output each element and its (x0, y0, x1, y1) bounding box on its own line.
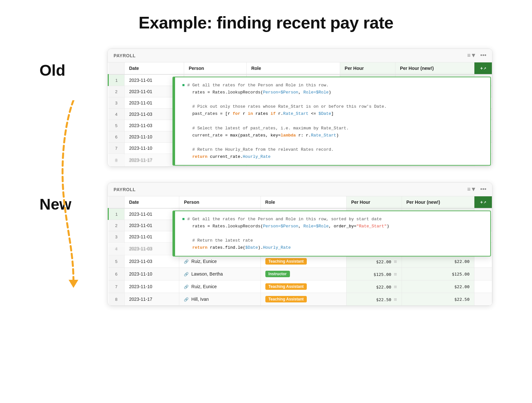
row-num: 2 (108, 86, 125, 97)
table-row[interactable]: 6 2023-11-10 🔗 Lawson, Bertha Instructor… (108, 268, 492, 280)
table-row[interactable]: 8 2023-11-17 🔗 Hill, Ivan Teaching Assis… (108, 293, 492, 306)
add-icon: + (480, 200, 483, 205)
code-line (182, 96, 484, 103)
table-row[interactable]: 5 2023-11-03 🔗 Ruiz, Eunice Teaching Ass… (108, 255, 492, 268)
filter-icon[interactable]: ≡▼ (467, 52, 476, 59)
code-line: ■ # Get all the rates for the Person and… (182, 82, 484, 89)
new-col-per-hour: Per Hour (347, 196, 402, 208)
code-line (182, 139, 484, 146)
green-bar (173, 77, 175, 165)
old-col-per-hour-new: Per Hour (new!) (395, 62, 474, 74)
row-num: 1 (108, 74, 125, 86)
row-date: 2023-11-17 (125, 293, 179, 306)
old-col-num (108, 62, 125, 74)
new-col-role: Role (260, 196, 347, 208)
row-num: 3 (108, 97, 125, 109)
row-person: 🔗 Lawson, Bertha (179, 268, 260, 280)
new-table-panel: PAYROLL ≡▼ ••• Date Person Role Per Hour (107, 182, 493, 306)
code-line: current_rate = max(past_rates, key=lambd… (182, 132, 484, 139)
filter-icon[interactable]: ≡▼ (467, 186, 476, 193)
new-panel-icons: ≡▼ ••• (467, 186, 486, 193)
row-role: Instructor (260, 268, 347, 280)
row-per-hour-new: $125.00 (402, 268, 474, 280)
row-num: 7 (108, 280, 125, 293)
old-panel-title: PAYROLL (114, 53, 136, 58)
page-title: Example: finding recent pay rate (139, 13, 393, 32)
dashed-arrow (57, 100, 83, 288)
green-bar (173, 211, 175, 256)
code-line: rates = Rates.lookupRecords(Person=$Pers… (182, 89, 484, 96)
row-per-hour-new: $22.00 (402, 280, 474, 293)
row-add (474, 255, 492, 268)
code-line: # Pick out only those rates whose Rate_S… (182, 103, 484, 110)
old-panel-header: PAYROLL ≡▼ ••• (108, 49, 492, 62)
old-panel-icons: ≡▼ ••• (467, 52, 486, 59)
old-code-popup: ■ # Get all the rates for the Person and… (172, 77, 491, 166)
old-col-add[interactable]: + ↗ (474, 62, 492, 74)
new-example-row: New PAYROLL ≡▼ ••• Date Person (39, 182, 493, 306)
old-col-date: Date (125, 62, 184, 74)
new-col-date: Date (125, 196, 179, 208)
old-col-person: Person (184, 62, 247, 74)
row-role: Teaching Assistant (260, 255, 347, 268)
row-num: 6 (108, 131, 125, 143)
examples-container: Old PAYROLL ≡▼ ••• (39, 49, 493, 306)
add-icon: + (480, 66, 483, 71)
row-num: 5 (108, 255, 125, 268)
new-table-wrapper: Date Person Role Per Hour Per Hour (new!… (108, 196, 492, 306)
row-date: 2023-11-10 (125, 268, 179, 280)
row-date: 2023-11-01 (125, 231, 179, 243)
row-per-hour-new: $22.00 (402, 255, 474, 268)
row-person: 🔗 Ruiz, Eunice (179, 280, 260, 293)
new-col-add[interactable]: + ↗ (474, 196, 492, 208)
old-table-wrapper: Date Person Role Per Hour Per Hour (new!… (108, 62, 492, 167)
row-role: Teaching Assistant (260, 293, 347, 306)
svg-marker-0 (69, 280, 78, 288)
code-line: rates = Rates.lookupRecords(Person=$Pers… (182, 223, 484, 230)
row-person: 🔗 Hill, Ivan (179, 293, 260, 306)
old-example-row: Old PAYROLL ≡▼ ••• (39, 49, 493, 167)
code-line: past_rates = [r for r in rates if r.Rate… (182, 110, 484, 117)
old-col-per-hour: Per Hour (340, 62, 395, 74)
code-line: return current_rate.Hourly_Rate (182, 153, 484, 160)
row-num: 3 (108, 231, 125, 243)
old-table-panel: PAYROLL ≡▼ ••• Date Person Role Per Hour (107, 49, 493, 167)
row-num: 8 (108, 293, 125, 306)
row-add (474, 268, 492, 280)
code-line: ■ # Get all the rates for the Person and… (182, 216, 484, 223)
old-label: Old (39, 61, 65, 79)
new-code-popup: ■ # Get all the rates for the Person and… (172, 211, 491, 256)
row-date: 2023-11-10 (125, 280, 179, 293)
row-date: 2023-11-01 (125, 208, 179, 220)
row-num: 4 (108, 243, 125, 255)
new-panel-title: PAYROLL (114, 187, 136, 192)
code-line: # Return the Hourly_Rate from the releva… (182, 146, 484, 153)
new-col-per-hour-new: Per Hour (new!) (402, 196, 474, 208)
row-per-hour: $22.00 ≡ (347, 280, 402, 293)
row-add (474, 293, 492, 306)
row-per-hour: $125.00 ≡ (347, 268, 402, 280)
code-line: # Select the latest of past_rates, i.e. … (182, 125, 484, 132)
new-col-num (108, 196, 125, 208)
row-num: 2 (108, 220, 125, 231)
row-date: 2023-11-01 (125, 220, 179, 231)
more-icon[interactable]: ••• (480, 52, 486, 59)
row-num: 1 (108, 208, 125, 220)
row-per-hour: $22.00 ≡ (347, 255, 402, 268)
row-per-hour: $22.50 ≡ (347, 293, 402, 306)
old-label-area: Old (39, 49, 82, 79)
expand-icon: ↗ (483, 201, 486, 204)
row-num: 8 (108, 154, 125, 167)
new-panel-header: PAYROLL ≡▼ ••• (108, 183, 492, 196)
row-date: 2023-11-03 (125, 255, 179, 268)
code-line: # Return the latest rate (182, 237, 484, 244)
expand-icon: ↗ (483, 67, 486, 70)
row-per-hour-new: $22.50 (402, 293, 474, 306)
row-num: 7 (108, 143, 125, 154)
row-person: 🔗 Ruiz, Eunice (179, 255, 260, 268)
code-line (182, 117, 484, 125)
code-line (182, 230, 484, 237)
more-icon[interactable]: ••• (480, 186, 486, 193)
table-row[interactable]: 7 2023-11-10 🔗 Ruiz, Eunice Teaching Ass… (108, 280, 492, 293)
row-role: Teaching Assistant (260, 280, 347, 293)
